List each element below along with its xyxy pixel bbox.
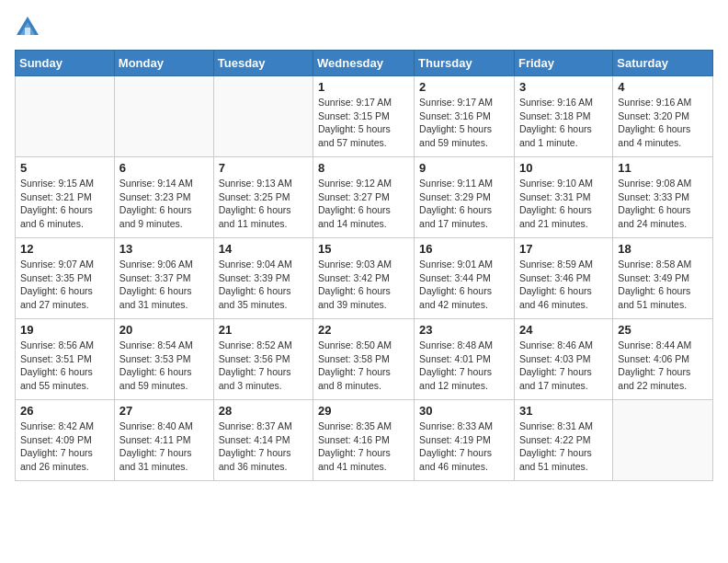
- day-number: 12: [20, 242, 109, 256]
- day-info: Sunrise: 8:52 AM Sunset: 3:56 PM Dayligh…: [219, 339, 308, 393]
- day-number: 25: [618, 323, 708, 337]
- day-number: 22: [318, 323, 409, 337]
- day-number: 8: [318, 161, 409, 175]
- day-cell: 24Sunrise: 8:46 AM Sunset: 4:03 PM Dayli…: [514, 319, 612, 400]
- week-row-1: 1Sunrise: 9:17 AM Sunset: 3:15 PM Daylig…: [16, 76, 713, 157]
- day-info: Sunrise: 9:17 AM Sunset: 3:15 PM Dayligh…: [318, 96, 409, 150]
- day-cell: 8Sunrise: 9:12 AM Sunset: 3:27 PM Daylig…: [313, 157, 415, 238]
- day-cell: 9Sunrise: 9:11 AM Sunset: 3:29 PM Daylig…: [415, 157, 515, 238]
- day-info: Sunrise: 9:17 AM Sunset: 3:16 PM Dayligh…: [419, 96, 509, 150]
- day-info: Sunrise: 8:56 AM Sunset: 3:51 PM Dayligh…: [20, 339, 109, 393]
- day-info: Sunrise: 9:14 AM Sunset: 3:23 PM Dayligh…: [119, 177, 209, 231]
- day-info: Sunrise: 8:33 AM Sunset: 4:19 PM Dayligh…: [419, 419, 509, 474]
- day-cell: 14Sunrise: 9:04 AM Sunset: 3:39 PM Dayli…: [213, 238, 313, 319]
- column-header-thursday: Thursday: [415, 51, 515, 76]
- day-cell: 19Sunrise: 8:56 AM Sunset: 3:51 PM Dayli…: [16, 319, 115, 400]
- day-number: 17: [519, 242, 608, 256]
- day-number: 16: [419, 242, 509, 256]
- day-number: 6: [119, 161, 209, 175]
- day-info: Sunrise: 8:50 AM Sunset: 3:58 PM Dayligh…: [318, 339, 409, 393]
- day-cell: 7Sunrise: 9:13 AM Sunset: 3:25 PM Daylig…: [213, 157, 313, 238]
- day-info: Sunrise: 8:42 AM Sunset: 4:09 PM Dayligh…: [20, 419, 109, 474]
- day-number: 19: [20, 323, 109, 337]
- day-number: 20: [119, 323, 209, 337]
- day-info: Sunrise: 9:16 AM Sunset: 3:18 PM Dayligh…: [519, 96, 608, 150]
- logo: [15, 15, 44, 40]
- day-cell: 6Sunrise: 9:14 AM Sunset: 3:23 PM Daylig…: [114, 157, 213, 238]
- day-info: Sunrise: 8:48 AM Sunset: 4:01 PM Dayligh…: [419, 339, 509, 393]
- day-info: Sunrise: 8:37 AM Sunset: 4:14 PM Dayligh…: [219, 419, 308, 474]
- day-number: 11: [618, 161, 708, 175]
- day-cell: 23Sunrise: 8:48 AM Sunset: 4:01 PM Dayli…: [415, 319, 515, 400]
- day-cell: 16Sunrise: 9:01 AM Sunset: 3:44 PM Dayli…: [415, 238, 515, 319]
- day-info: Sunrise: 9:04 AM Sunset: 3:39 PM Dayligh…: [219, 258, 308, 312]
- day-cell: [213, 76, 313, 157]
- svg-rect-2: [25, 28, 30, 35]
- day-cell: 10Sunrise: 9:10 AM Sunset: 3:31 PM Dayli…: [514, 157, 612, 238]
- day-number: 1: [318, 80, 409, 94]
- day-info: Sunrise: 8:59 AM Sunset: 3:46 PM Dayligh…: [519, 258, 608, 312]
- week-row-4: 19Sunrise: 8:56 AM Sunset: 3:51 PM Dayli…: [16, 319, 713, 400]
- page-header: [15, 15, 713, 40]
- column-header-friday: Friday: [514, 51, 612, 76]
- day-cell: 30Sunrise: 8:33 AM Sunset: 4:19 PM Dayli…: [415, 400, 515, 481]
- day-number: 14: [219, 242, 308, 256]
- day-info: Sunrise: 9:01 AM Sunset: 3:44 PM Dayligh…: [419, 258, 509, 312]
- column-header-saturday: Saturday: [613, 51, 713, 76]
- week-row-2: 5Sunrise: 9:15 AM Sunset: 3:21 PM Daylig…: [16, 157, 713, 238]
- day-cell: 18Sunrise: 8:58 AM Sunset: 3:49 PM Dayli…: [613, 238, 713, 319]
- day-cell: 26Sunrise: 8:42 AM Sunset: 4:09 PM Dayli…: [16, 400, 115, 481]
- day-number: 24: [519, 323, 608, 337]
- day-number: 15: [318, 242, 409, 256]
- day-info: Sunrise: 8:54 AM Sunset: 3:53 PM Dayligh…: [119, 339, 209, 393]
- day-cell: 5Sunrise: 9:15 AM Sunset: 3:21 PM Daylig…: [16, 157, 115, 238]
- day-cell: 21Sunrise: 8:52 AM Sunset: 3:56 PM Dayli…: [213, 319, 313, 400]
- day-cell: 11Sunrise: 9:08 AM Sunset: 3:33 PM Dayli…: [613, 157, 713, 238]
- day-number: 31: [519, 404, 608, 418]
- day-info: Sunrise: 9:07 AM Sunset: 3:35 PM Dayligh…: [20, 258, 109, 312]
- day-info: Sunrise: 9:16 AM Sunset: 3:20 PM Dayligh…: [618, 96, 708, 150]
- day-number: 30: [419, 404, 509, 418]
- day-info: Sunrise: 8:46 AM Sunset: 4:03 PM Dayligh…: [519, 339, 608, 393]
- day-cell: 29Sunrise: 8:35 AM Sunset: 4:16 PM Dayli…: [313, 400, 415, 481]
- day-number: 10: [519, 161, 608, 175]
- week-row-5: 26Sunrise: 8:42 AM Sunset: 4:09 PM Dayli…: [16, 400, 713, 481]
- column-header-wednesday: Wednesday: [313, 51, 415, 76]
- logo-icon: [15, 15, 40, 40]
- day-cell: 25Sunrise: 8:44 AM Sunset: 4:06 PM Dayli…: [613, 319, 713, 400]
- day-info: Sunrise: 9:11 AM Sunset: 3:29 PM Dayligh…: [419, 177, 509, 231]
- day-cell: 1Sunrise: 9:17 AM Sunset: 3:15 PM Daylig…: [313, 76, 415, 157]
- day-number: 2: [419, 80, 509, 94]
- day-number: 29: [318, 404, 409, 418]
- day-info: Sunrise: 9:15 AM Sunset: 3:21 PM Dayligh…: [20, 177, 109, 231]
- day-number: 28: [219, 404, 308, 418]
- day-info: Sunrise: 9:06 AM Sunset: 3:37 PM Dayligh…: [119, 258, 209, 312]
- day-number: 3: [519, 80, 608, 94]
- day-number: 5: [20, 161, 109, 175]
- day-cell: 31Sunrise: 8:31 AM Sunset: 4:22 PM Dayli…: [514, 400, 612, 481]
- day-number: 21: [219, 323, 308, 337]
- day-cell: [114, 76, 213, 157]
- day-cell: 15Sunrise: 9:03 AM Sunset: 3:42 PM Dayli…: [313, 238, 415, 319]
- day-number: 7: [219, 161, 308, 175]
- header-row: SundayMondayTuesdayWednesdayThursdayFrid…: [16, 51, 713, 76]
- day-cell: 4Sunrise: 9:16 AM Sunset: 3:20 PM Daylig…: [613, 76, 713, 157]
- day-number: 13: [119, 242, 209, 256]
- day-number: 27: [119, 404, 209, 418]
- column-header-tuesday: Tuesday: [213, 51, 313, 76]
- day-cell: [16, 76, 115, 157]
- day-info: Sunrise: 8:31 AM Sunset: 4:22 PM Dayligh…: [519, 419, 608, 474]
- day-info: Sunrise: 8:35 AM Sunset: 4:16 PM Dayligh…: [318, 419, 409, 474]
- day-cell: 20Sunrise: 8:54 AM Sunset: 3:53 PM Dayli…: [114, 319, 213, 400]
- day-number: 18: [618, 242, 708, 256]
- day-number: 26: [20, 404, 109, 418]
- day-cell: 3Sunrise: 9:16 AM Sunset: 3:18 PM Daylig…: [514, 76, 612, 157]
- column-header-monday: Monday: [114, 51, 213, 76]
- day-cell: 2Sunrise: 9:17 AM Sunset: 3:16 PM Daylig…: [415, 76, 515, 157]
- day-info: Sunrise: 8:58 AM Sunset: 3:49 PM Dayligh…: [618, 258, 708, 312]
- day-cell: 22Sunrise: 8:50 AM Sunset: 3:58 PM Dayli…: [313, 319, 415, 400]
- week-row-3: 12Sunrise: 9:07 AM Sunset: 3:35 PM Dayli…: [16, 238, 713, 319]
- day-info: Sunrise: 9:13 AM Sunset: 3:25 PM Dayligh…: [219, 177, 308, 231]
- day-info: Sunrise: 9:08 AM Sunset: 3:33 PM Dayligh…: [618, 177, 708, 231]
- day-cell: 28Sunrise: 8:37 AM Sunset: 4:14 PM Dayli…: [213, 400, 313, 481]
